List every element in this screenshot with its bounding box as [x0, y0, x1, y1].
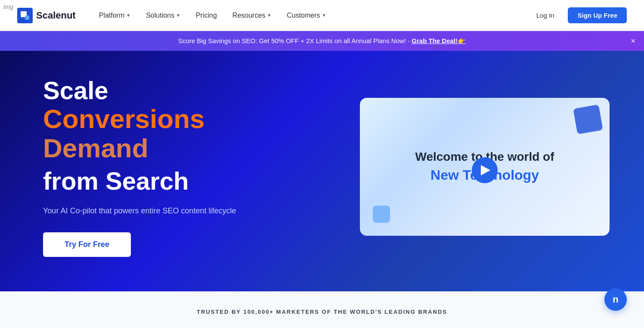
floating-chat-widget[interactable]: n — [604, 288, 627, 311]
navbar: Scalenut Platform ▼ Solutions ▼ Pricing … — [0, 0, 644, 31]
banner-text-container: Score Big Savings on SEO: Get 50% OFF + … — [9, 37, 635, 45]
video-decoration-2 — [373, 206, 390, 223]
hero-animated-word-1: Conversions — [43, 104, 284, 134]
logo[interactable]: Scalenut — [17, 8, 76, 23]
hero-scale-text: Scale — [43, 76, 108, 104]
customers-chevron-icon: ▼ — [322, 13, 326, 18]
logo-icon — [17, 8, 33, 23]
banner-close-button[interactable]: × — [631, 37, 635, 46]
signup-button[interactable]: Sign Up Free — [568, 7, 627, 23]
banner-cta-link[interactable]: Grab The Deal!👉 — [412, 37, 466, 44]
hero-left-content: Scale Conversions Demand from Search You… — [43, 77, 284, 257]
nav-solutions[interactable]: Solutions ▼ — [140, 8, 186, 23]
promo-banner: Score Big Savings on SEO: Get 50% OFF + … — [0, 31, 644, 51]
img-label: img — [3, 3, 13, 10]
hero-section: Scale Conversions Demand from Search You… — [0, 51, 644, 291]
video-card[interactable]: Welcome to the world of New Technology — [360, 98, 610, 236]
nav-platform[interactable]: Platform ▼ — [93, 8, 136, 23]
hero-from-search: from Search — [43, 167, 284, 195]
resources-chevron-icon: ▼ — [267, 13, 271, 18]
widget-icon: n — [613, 294, 618, 305]
nav-pricing[interactable]: Pricing — [190, 8, 223, 23]
hero-right-video: Welcome to the world of New Technology — [360, 98, 610, 236]
svg-rect-2 — [25, 16, 29, 20]
trusted-section: TRUSTED BY 100,000+ MARKETERS OF THE WOR… — [0, 291, 644, 328]
login-button[interactable]: Log In — [528, 8, 563, 22]
banner-text: Score Big Savings on SEO: Get 50% OFF + … — [178, 37, 412, 44]
video-decoration-1 — [573, 104, 603, 134]
hero-headline: Scale Conversions Demand — [43, 77, 284, 163]
hero-subtitle: Your AI Co-pilot that powers entire SEO … — [43, 205, 284, 217]
play-icon — [481, 165, 490, 175]
logo-text: Scalenut — [36, 10, 76, 21]
solutions-chevron-icon: ▼ — [176, 13, 180, 18]
try-free-button[interactable]: Try For Free — [43, 232, 131, 257]
trusted-label: TRUSTED BY 100,000+ MARKETERS OF THE WOR… — [34, 309, 610, 315]
nav-resources[interactable]: Resources ▼ — [226, 8, 277, 23]
nav-customers[interactable]: Customers ▼ — [281, 8, 332, 23]
hero-animated-word-2: Demand — [43, 134, 284, 163]
navbar-links: Platform ▼ Solutions ▼ Pricing Resources… — [93, 8, 528, 23]
navbar-actions: Log In Sign Up Free — [528, 7, 627, 23]
platform-chevron-icon: ▼ — [126, 13, 130, 18]
video-play-button[interactable] — [472, 157, 498, 183]
